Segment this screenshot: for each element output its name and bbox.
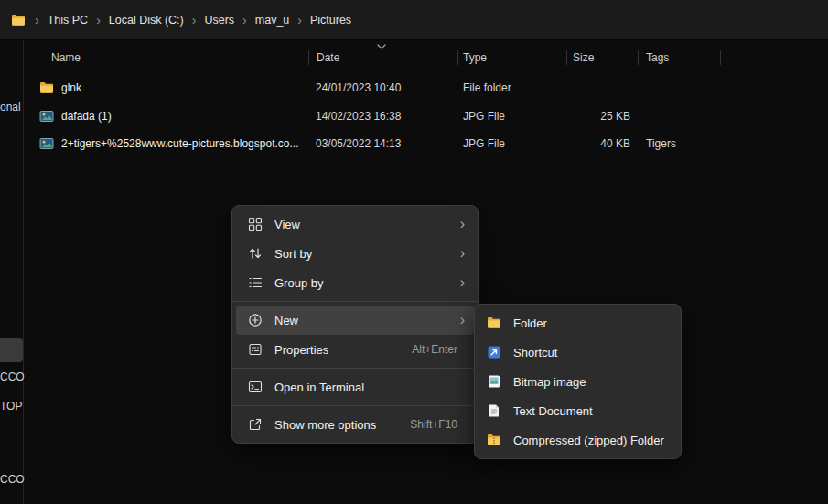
terminal-icon xyxy=(247,379,263,395)
submenu-item-label: Text Document xyxy=(513,404,593,418)
menu-item-open-in-terminal[interactable]: Open in Terminal xyxy=(236,372,474,402)
menu-item-properties[interactable]: Properties Alt+Enter xyxy=(236,335,474,364)
column-header-size[interactable]: Size xyxy=(573,51,594,64)
file-row[interactable]: 2+tigers+%2528www.cute-pictures.blogspot… xyxy=(23,130,828,157)
submenu-item-shortcut[interactable]: Shortcut xyxy=(479,338,677,367)
menu-item-view[interactable]: View › xyxy=(236,209,474,239)
sort-arrows-icon xyxy=(247,245,263,262)
chevron-right-icon: › xyxy=(460,217,465,231)
chevron-right-icon: › xyxy=(33,14,41,27)
menu-item-new[interactable]: New › xyxy=(236,306,474,335)
image-file-icon xyxy=(39,109,54,123)
menu-item-label: Sort by xyxy=(274,247,312,261)
submenu-item-text-document[interactable]: Text Document xyxy=(479,396,677,425)
column-header-type[interactable]: Type xyxy=(463,51,487,64)
folder-icon xyxy=(39,80,54,95)
file-type: JPG File xyxy=(463,110,505,123)
file-tags: Tigers xyxy=(646,137,676,150)
chevron-right-icon: › xyxy=(241,14,249,27)
menu-item-group-by[interactable]: Group by › xyxy=(236,268,474,297)
submenu-item-compressed-folder[interactable]: Compressed (zipped) Folder xyxy=(479,425,677,455)
submenu-item-folder[interactable]: Folder xyxy=(479,308,677,338)
file-name: glnk xyxy=(61,81,81,94)
menu-item-label: Properties xyxy=(274,343,328,357)
column-resize-handle[interactable] xyxy=(720,50,721,65)
chevron-right-icon: › xyxy=(460,246,465,261)
column-resize-handle[interactable] xyxy=(566,50,567,65)
menu-item-show-more-options[interactable]: Show more options Shift+F10 xyxy=(236,410,474,439)
bitmap-image-icon xyxy=(486,373,502,390)
file-date: 03/05/2022 14:13 xyxy=(316,137,401,150)
file-row[interactable]: glnk 24/01/2023 10:40 File folder xyxy=(23,74,828,102)
menu-separator xyxy=(232,368,478,369)
breadcrumb-this-pc[interactable]: This PC xyxy=(41,10,94,30)
chevron-right-icon: › xyxy=(460,313,465,327)
menu-item-label: Open in Terminal xyxy=(274,381,364,394)
submenu-item-label: Folder xyxy=(513,316,547,330)
menu-shortcut: Alt+Enter xyxy=(412,343,457,356)
folder-icon xyxy=(486,315,502,331)
column-header-tags[interactable]: Tags xyxy=(646,51,669,64)
submenu-item-label: Bitmap image xyxy=(513,375,586,389)
chevron-right-icon: › xyxy=(190,14,199,27)
column-header-name[interactable]: Name xyxy=(51,51,81,64)
column-resize-handle[interactable] xyxy=(457,50,458,65)
file-size: 40 KB xyxy=(566,137,630,150)
column-resize-handle[interactable] xyxy=(638,50,639,65)
chevron-right-icon: › xyxy=(94,14,102,27)
menu-separator xyxy=(232,405,478,406)
sidebar-item-clipped[interactable]: onal xyxy=(0,101,21,113)
properties-icon xyxy=(247,341,263,358)
sidebar-item-selected[interactable] xyxy=(0,338,23,362)
view-grid-icon xyxy=(247,216,263,232)
breadcrumb-local-disk[interactable]: Local Disk (C:) xyxy=(102,10,190,30)
sort-direction-icon xyxy=(376,43,387,50)
sidebar-item-clipped[interactable]: CCO xyxy=(0,473,25,486)
submenu-item-label: Compressed (zipped) Folder xyxy=(513,434,664,447)
chevron-right-icon: › xyxy=(296,14,304,27)
sidebar-item-clipped[interactable]: CCO xyxy=(0,370,25,383)
new-plus-circle-icon xyxy=(247,312,263,328)
column-header-row: Name Date Type Size Tags xyxy=(23,46,828,70)
file-type: File folder xyxy=(463,81,511,94)
column-resize-handle[interactable] xyxy=(308,50,309,65)
file-type: JPG File xyxy=(463,137,505,150)
menu-separator xyxy=(232,301,478,302)
menu-item-label: Group by xyxy=(274,276,323,290)
column-header-date[interactable]: Date xyxy=(317,51,339,64)
show-more-options-icon xyxy=(247,416,263,433)
breadcrumb-pictures[interactable]: Pictures xyxy=(304,10,358,30)
menu-item-label: New xyxy=(274,314,298,327)
file-date: 24/01/2023 10:40 xyxy=(316,81,401,94)
file-explorer-window: › This PC › Local Disk (C:) › Users › ma… xyxy=(0,0,828,504)
context-menu: View › Sort by › Group by › xyxy=(231,205,479,444)
menu-item-label: View xyxy=(274,218,300,231)
file-date: 14/02/2023 16:38 xyxy=(316,110,401,123)
image-file-icon xyxy=(39,136,54,151)
location-folder-icon[interactable] xyxy=(11,13,27,27)
breadcrumb-users[interactable]: Users xyxy=(198,10,241,30)
submenu-item-label: Shortcut xyxy=(513,346,557,359)
breadcrumb-mav-u[interactable]: mav_u xyxy=(249,10,296,30)
menu-item-sort-by[interactable]: Sort by › xyxy=(236,239,474,268)
shortcut-icon xyxy=(486,344,502,360)
zipped-folder-icon xyxy=(486,432,502,448)
menu-item-label: Show more options xyxy=(274,418,376,432)
chevron-right-icon: › xyxy=(460,275,465,290)
file-name: dafada (1) xyxy=(61,110,112,123)
menu-shortcut: Shift+F10 xyxy=(410,418,457,431)
address-bar: › This PC › Local Disk (C:) › Users › ma… xyxy=(0,0,828,40)
new-submenu: Folder Shortcut Bitmap image xyxy=(474,304,682,459)
submenu-item-bitmap-image[interactable]: Bitmap image xyxy=(479,367,677,396)
sidebar-item-clipped[interactable]: TOP xyxy=(0,400,22,413)
file-size: 25 KB xyxy=(566,110,630,123)
file-row[interactable]: dafada (1) 14/02/2023 16:38 JPG File 25 … xyxy=(23,102,828,130)
group-list-icon xyxy=(247,274,263,291)
text-document-icon xyxy=(486,402,502,419)
file-name: 2+tigers+%2528www.cute-pictures.blogspot… xyxy=(61,137,298,150)
